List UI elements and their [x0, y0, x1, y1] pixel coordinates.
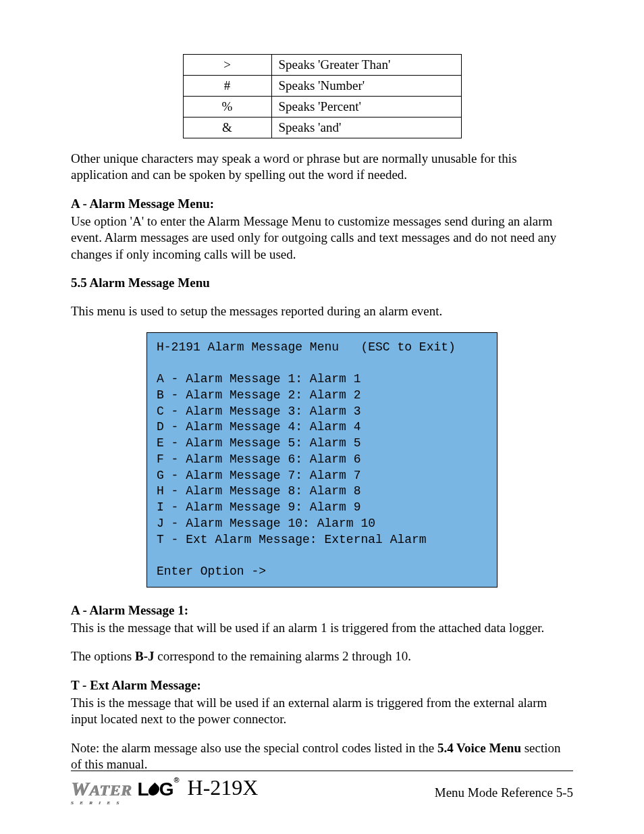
- paragraph-alarm-message-1: This is the message that will be used if…: [71, 620, 573, 636]
- symbol-cell: &: [183, 118, 271, 138]
- character-table: > Speaks 'Greater Than' # Speaks 'Number…: [183, 54, 462, 138]
- desc-cell: Speaks 'Greater Than': [271, 55, 461, 76]
- logo-lg: L G ®: [138, 779, 178, 800]
- heading-5-5: 5.5 Alarm Message Menu: [71, 276, 210, 290]
- logo-water: WATER S E R I E S: [71, 777, 132, 800]
- table-row: > Speaks 'Greater Than': [183, 55, 461, 76]
- paragraph-options-bj: The options B-J correspond to the remain…: [71, 648, 573, 664]
- symbol-cell: #: [183, 76, 271, 97]
- text-bold: B-J: [135, 649, 155, 663]
- footer-rule: [71, 771, 573, 771]
- paragraph-alarm-menu: Use option 'A' to enter the Alarm Messag…: [71, 213, 573, 263]
- desc-cell: Speaks 'and': [271, 118, 461, 138]
- text-bold: 5.4 Voice Menu: [437, 741, 521, 755]
- desc-cell: Speaks 'Percent': [271, 97, 461, 118]
- paragraph-note: Note: the alarm message also use the spe…: [71, 740, 573, 773]
- paragraph-ext-alarm: This is the message that will be used if…: [71, 695, 573, 728]
- logo-series: S E R I E S: [71, 800, 122, 806]
- logo-g: G: [159, 779, 173, 800]
- symbol-cell: >: [183, 55, 271, 76]
- logo-l: L: [138, 779, 149, 800]
- heading-ext-alarm: T - Ext Alarm Message:: [71, 678, 201, 692]
- text-run: Note: the alarm message also use the spe…: [71, 741, 437, 755]
- symbol-cell: %: [183, 97, 271, 118]
- table-row: % Speaks 'Percent': [183, 97, 461, 118]
- registered-icon: ®: [173, 776, 178, 784]
- heading-alarm-menu: A - Alarm Message Menu:: [71, 197, 214, 211]
- desc-cell: Speaks 'Number': [271, 76, 461, 97]
- table-row: & Speaks 'and': [183, 118, 461, 138]
- heading-alarm-message-1: A - Alarm Message 1:: [71, 603, 188, 617]
- footer-page-ref: Menu Mode Reference 5-5: [435, 785, 573, 800]
- page-footer: WATER S E R I E S L G ® H-219X Menu Mode…: [71, 771, 573, 800]
- paragraph-other-chars: Other unique characters may speak a word…: [71, 151, 573, 184]
- text-run: The options: [71, 649, 135, 663]
- table-row: # Speaks 'Number': [183, 76, 461, 97]
- text-run: correspond to the remaining alarms 2 thr…: [155, 649, 411, 663]
- alarm-message-menu-terminal: H-2191 Alarm Message Menu (ESC to Exit) …: [146, 332, 498, 588]
- logo-block: WATER S E R I E S L G ® H-219X: [71, 775, 258, 800]
- model-number: H-219X: [188, 775, 259, 800]
- paragraph-5-5: This menu is used to setup the messages …: [71, 303, 573, 319]
